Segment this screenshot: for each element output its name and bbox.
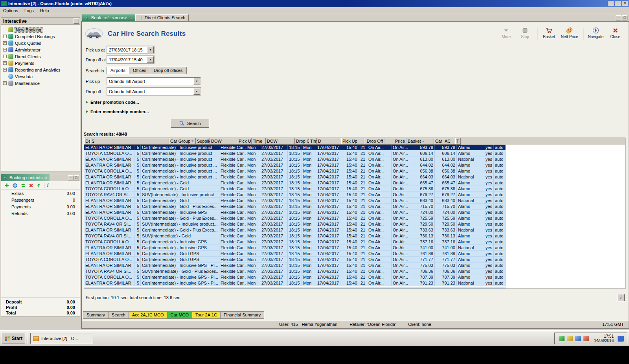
column-header[interactable]: Price — [384, 138, 406, 145]
nett-price-button[interactable]: Nett Price — [561, 27, 578, 39]
column-header[interactable]: DOW — [266, 138, 295, 145]
bottom-tab[interactable]: Tour 2A,1C — [192, 311, 221, 319]
close-search-button[interactable]: Close — [608, 27, 622, 39]
results-row[interactable]: TOYOTA COROLLA O... 5 Car(Intermediate) … — [84, 257, 506, 263]
menu-item[interactable]: Help — [37, 7, 52, 14]
column-header[interactable]: Car Group — [169, 138, 196, 145]
dropoff-location-select[interactable]: Orlando Intl Airport ▼ — [107, 88, 200, 95]
tabgroup-minimize-button[interactable]: − — [616, 15, 621, 20]
results-row[interactable]: TOYOTA RAV4 OR SI... 5 SUV(Intermediate)… — [84, 221, 506, 227]
column-header[interactable]: AC — [443, 138, 455, 145]
tree-expander[interactable]: + — [3, 48, 7, 51]
minimize-button[interactable]: _ — [608, 1, 614, 6]
sidebar-item[interactable]: Viewdata — [1, 73, 80, 80]
results-row[interactable]: TOYOTA COROLLA O... 5 Car(Intermediate) … — [84, 151, 506, 156]
stop-button[interactable]: Stop — [518, 27, 532, 39]
promotion-code-toggle[interactable]: Enter promotion code... — [82, 100, 629, 105]
chevron-down-icon[interactable]: ▼ — [147, 46, 154, 53]
membership-number-toggle[interactable]: Enter membership number... — [82, 109, 629, 114]
tree-expander[interactable] — [3, 28, 7, 31]
start-button[interactable]: Start — [2, 333, 25, 344]
info-icon[interactable]: i — [47, 182, 48, 188]
results-row[interactable]: ELANTRA OR SIMILAR 5 Car(Intermediate) -… — [84, 280, 506, 286]
sidebar-item[interactable]: New Booking — [1, 26, 80, 33]
results-row[interactable]: ELANTRA OR SIMILAR 5 Car(Intermediate) -… — [84, 245, 506, 251]
menu-item[interactable]: Options — [0, 7, 21, 14]
tab-close-icon[interactable]: × — [129, 15, 132, 20]
results-row[interactable]: TOYOTA COROLLA O... 5 Car(Intermediate) … — [84, 239, 506, 245]
column-header[interactable]: Pick Up At — [237, 138, 252, 145]
sidebar-item[interactable]: + Quick Quotes — [1, 40, 80, 46]
booking-contents-row[interactable]: Extras 0.00 — [1, 190, 80, 197]
chevron-down-icon[interactable]: ▼ — [193, 78, 200, 85]
column-header[interactable]: Supplier — [196, 138, 210, 145]
tree-expander[interactable]: + — [3, 68, 7, 72]
column-header[interactable]: Time — [252, 138, 266, 145]
bottom-tab[interactable]: Acc 2A,1C MCO — [129, 311, 167, 319]
search-in-tab[interactable]: Airports — [107, 67, 129, 74]
results-row[interactable]: ELANTRA OR SIMILAR 5 Car(Intermediate) -… — [84, 227, 506, 233]
menu-item[interactable]: Logs — [21, 7, 37, 14]
results-row[interactable]: ELANTRA OR SIMILAR 5 Car(Intermediate) -… — [84, 251, 506, 257]
tree-expander[interactable]: + — [3, 41, 7, 45]
chevron-down-icon[interactable]: ▼ — [147, 56, 154, 63]
results-row[interactable]: TOYOTA RAV4 OR SI... 5 SUV(Intermediate)… — [84, 268, 506, 274]
results-row[interactable]: ELANTRA OR SIMILAR 5 Car(Intermediate) -… — [84, 198, 506, 204]
taskbar-clock[interactable]: 17:51 14/08/2016 — [592, 334, 614, 343]
navigate-button[interactable]: Navigate — [588, 27, 603, 39]
panel-restore-button[interactable]: □ — [74, 175, 79, 180]
results-row[interactable]: ELANTRA OR SIMILAR 5 Car(Intermediate) -… — [84, 210, 506, 215]
close-button[interactable]: × — [622, 1, 628, 6]
delete-icon[interactable] — [29, 183, 33, 188]
basket-button[interactable]: Basket — [542, 27, 556, 39]
sidebar-item[interactable]: + Maintenance — [1, 80, 80, 86]
collapse-panel-button[interactable]: − — [74, 18, 79, 24]
search-in-tab[interactable]: Offices — [129, 67, 150, 74]
sidebar-item[interactable]: + Payments — [1, 60, 80, 66]
taskbar-task-button[interactable]: Interactive [2] - O... — [30, 333, 93, 344]
results-row[interactable]: TOYOTA COROLLA O... 5 Car(Intermediate) … — [84, 186, 506, 192]
sidebar-item[interactable]: + Administrator — [1, 46, 80, 53]
search-in-tab[interactable]: Drop off offices — [150, 67, 187, 74]
tree-expander[interactable]: + — [3, 61, 7, 65]
tray-icon-messaging[interactable] — [567, 336, 573, 341]
bottom-tab[interactable]: Summary — [83, 311, 109, 319]
column-header[interactable]: D — [317, 138, 341, 145]
column-header[interactable]: Drop Off — [364, 138, 384, 145]
globe-icon[interactable] — [12, 183, 18, 188]
tabgroup-restore-button[interactable]: □ — [622, 15, 627, 20]
tree-expander[interactable] — [3, 75, 7, 78]
sidebar-item[interactable]: + Completed Bookings — [1, 33, 80, 40]
tray-icon-network[interactable] — [575, 336, 581, 341]
column-header[interactable]: Description — [84, 138, 90, 145]
sidebar-item[interactable]: + Direct Clients — [1, 53, 80, 60]
results-row[interactable]: ELANTRA OR SIMILAR 5 Car(Intermediate) -… — [84, 145, 506, 151]
sidebar-item[interactable]: + Reporting and Analytics — [1, 66, 80, 73]
column-header[interactable]: Time — [309, 138, 317, 145]
document-tab[interactable]: Direct Clients Search — [135, 14, 189, 21]
tray-icon-antivirus[interactable] — [559, 336, 565, 341]
results-row[interactable]: ELANTRA OR SIMILAR 5 Car(Intermediate) -… — [84, 263, 506, 268]
language-indicator-icon[interactable] — [618, 336, 624, 342]
filter-icon[interactable] — [191, 139, 194, 143]
add-icon[interactable] — [4, 183, 9, 188]
column-header[interactable]: Car Supplier — [434, 138, 443, 145]
results-row[interactable]: ELANTRA OR SIMILAR 5 Car(Intermediate) -… — [84, 174, 506, 180]
swap-icon[interactable] — [20, 183, 26, 188]
tree-expander[interactable]: + — [3, 55, 7, 58]
results-row[interactable]: ELANTRA OR SIMILAR 5 Car(Intermediate) -… — [84, 180, 506, 186]
column-header[interactable]: S — [90, 138, 169, 145]
column-header[interactable]: Basket ▼ — [406, 138, 434, 145]
chevron-down-icon[interactable]: ▼ — [193, 88, 200, 95]
results-row[interactable]: TOYOTA RAV4 OR SI... 5 SUV(Intermediate)… — [84, 233, 506, 239]
panel-minimize-button[interactable]: − — [68, 175, 74, 180]
maximize-button[interactable]: □ — [615, 1, 621, 6]
column-header[interactable]: Drop Off At — [295, 138, 309, 145]
column-header[interactable]: T — [455, 138, 461, 145]
up-arrow-icon[interactable] — [36, 183, 41, 188]
results-row[interactable]: TOYOTA COROLLA O... 5 Car(Intermediate) … — [84, 215, 506, 221]
pickup-datetime-select[interactable]: 27/03/2017 18:15 ▼ — [107, 46, 154, 53]
tray-icon-modem[interactable] — [583, 336, 589, 341]
results-row[interactable]: TOYOTA COROLLA O... 5 Car(Intermediate) … — [84, 274, 506, 280]
booking-contents-row[interactable]: Payments 0.00 — [1, 203, 80, 210]
